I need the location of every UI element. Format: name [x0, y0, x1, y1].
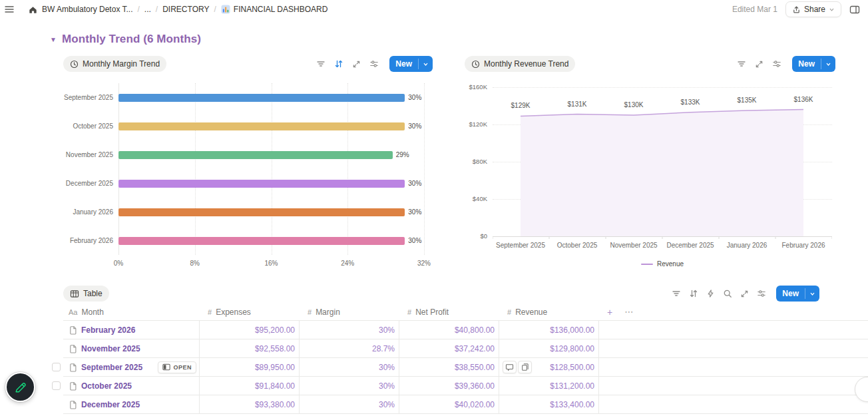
topbar-right: Edited Mar 1 Share	[732, 1, 860, 17]
cell-empty[interactable]	[599, 358, 868, 376]
edit-fab-button[interactable]	[5, 372, 35, 402]
cell-net-profit[interactable]: $38,550.00	[399, 358, 499, 376]
open-button-label: OPEN	[173, 364, 192, 371]
breadcrumb-workspace[interactable]: BW Ambulatory Detox T...	[42, 5, 133, 14]
cell-margin[interactable]: 30%	[300, 395, 399, 413]
revenue-line-chart[interactable]: $129K$131K$130K$133K$135K$136K	[493, 87, 832, 240]
table-row[interactable]: February 2026 $95,200.00 30% $40,800.00 …	[63, 321, 868, 339]
expand-icon[interactable]	[740, 290, 749, 298]
cell-net-profit[interactable]: $37,242.00	[399, 339, 499, 357]
sidebar-toggle-icon[interactable]	[849, 5, 860, 15]
row-select-checkbox[interactable]	[52, 381, 61, 390]
revenue-chart-new-button[interactable]: New	[792, 56, 835, 72]
column-header-margin[interactable]: # Margin	[300, 308, 399, 317]
month-page-link[interactable]: February 2026	[81, 325, 135, 335]
side-peek-icon	[162, 363, 170, 371]
breadcrumb-page[interactable]: FINANCIAL DASHBOARD	[221, 5, 328, 14]
breadcrumb-directory[interactable]: DIRECTORY	[162, 5, 209, 14]
cell-expenses[interactable]: $93,380.00	[200, 395, 300, 413]
cell-empty[interactable]	[599, 339, 868, 357]
expand-icon[interactable]	[352, 60, 361, 69]
chevron-down-icon[interactable]	[419, 56, 433, 72]
open-row-button[interactable]: OPEN	[158, 361, 196, 373]
comment-icon[interactable]	[503, 361, 517, 373]
margin-bar[interactable]	[118, 94, 405, 102]
cell-net-profit[interactable]: $40,800.00	[399, 321, 499, 339]
cell-revenue[interactable]: $131,200.00	[499, 377, 599, 395]
month-page-link[interactable]: October 2025	[81, 381, 132, 391]
revenue-chart-view-pill[interactable]: Monthly Revenue Trend	[465, 56, 575, 72]
table-row[interactable]: October 2025 $91,840.00 30% $39,360.00 $…	[63, 377, 868, 395]
cell-empty[interactable]	[599, 377, 868, 395]
cell-margin[interactable]: 30%	[300, 321, 399, 339]
table-view-pill[interactable]: Table	[63, 286, 109, 302]
cell-margin[interactable]: 30%	[300, 358, 399, 376]
table-icon	[70, 290, 79, 298]
filter-icon[interactable]	[316, 59, 326, 69]
table-new-button[interactable]: New	[776, 286, 819, 302]
cell-expenses[interactable]: $89,950.00	[200, 358, 300, 376]
sort-icon[interactable]	[334, 59, 343, 69]
table-row[interactable]: September 2025 OPEN $89,950.00 30% $38,5…	[63, 358, 868, 377]
table-row[interactable]: December 2025 $93,380.00 30% $40,020.00 …	[63, 395, 868, 414]
search-icon[interactable]	[723, 289, 732, 298]
margin-bar[interactable]	[118, 151, 393, 159]
settings-sliders-icon[interactable]	[772, 59, 781, 69]
row-select-checkbox[interactable]	[52, 363, 61, 371]
month-page-link[interactable]: November 2025	[81, 344, 140, 353]
cell-net-profit[interactable]: $40,020.00	[399, 395, 499, 413]
duplicate-icon[interactable]	[518, 361, 532, 373]
cell-month[interactable]: December 2025	[63, 395, 200, 413]
cell-revenue[interactable]: $136,000.00	[499, 321, 599, 339]
cell-expenses[interactable]: $92,558.00	[200, 339, 300, 357]
cell-revenue[interactable]: $133,400.00	[499, 395, 599, 413]
legend-line-marker	[641, 264, 653, 265]
column-header-revenue[interactable]: # Revenue	[499, 308, 599, 317]
add-column-icon[interactable]: +	[607, 307, 612, 317]
chevron-down-icon[interactable]	[821, 56, 835, 72]
margin-chart-new-button[interactable]: New	[389, 56, 433, 72]
cell-revenue[interactable]: $129,800.00	[499, 339, 599, 357]
margin-bar[interactable]	[118, 208, 405, 216]
revenue-chart-plot: $160K$120K$80K$40K$0 $129K$131K$130K$133…	[465, 87, 835, 287]
cell-expenses[interactable]: $95,200.00	[200, 321, 300, 339]
more-options-icon[interactable]: ⋯	[624, 307, 634, 317]
expand-icon[interactable]	[755, 60, 763, 69]
cell-empty[interactable]	[599, 395, 868, 413]
settings-sliders-icon[interactable]	[757, 289, 766, 298]
filter-icon[interactable]	[672, 289, 681, 298]
margin-bar[interactable]	[118, 180, 405, 188]
sort-icon[interactable]	[689, 289, 698, 298]
automation-zap-icon[interactable]	[706, 289, 715, 298]
month-page-link[interactable]: September 2025	[81, 363, 142, 372]
cell-empty[interactable]	[599, 321, 868, 339]
margin-bar-row: September 202530%	[63, 83, 433, 112]
table-row[interactable]: November 2025 $92,558.00 28.7% $37,242.0…	[63, 339, 868, 358]
filter-icon[interactable]	[737, 59, 746, 69]
cell-month[interactable]: February 2026	[63, 321, 200, 339]
column-header-net-profit[interactable]: # Net Profit	[399, 308, 499, 317]
chevron-down-icon[interactable]	[805, 286, 819, 302]
cell-month[interactable]: October 2025	[63, 377, 200, 395]
cell-expenses[interactable]: $91,840.00	[200, 377, 300, 395]
margin-bar-track: 30%	[118, 112, 424, 140]
column-header-month[interactable]: Aa Month	[63, 308, 200, 317]
column-label: Margin	[316, 308, 340, 317]
cell-margin[interactable]: 30%	[300, 377, 399, 395]
cell-month[interactable]: November 2025	[63, 339, 200, 357]
margin-bar[interactable]	[118, 237, 405, 245]
title-property-icon: Aa	[69, 308, 77, 316]
margin-bar[interactable]	[118, 122, 405, 130]
home-icon[interactable]	[28, 5, 38, 15]
column-header-expenses[interactable]: # Expenses	[200, 308, 300, 317]
settings-sliders-icon[interactable]	[369, 59, 379, 69]
month-page-link[interactable]: December 2025	[81, 400, 140, 409]
breadcrumb-ellipsis[interactable]: ...	[144, 5, 151, 14]
cell-month[interactable]: September 2025 OPEN	[63, 358, 200, 376]
cell-margin[interactable]: 28.7%	[300, 339, 399, 357]
menu-icon[interactable]	[4, 4, 15, 15]
share-button[interactable]: Share	[785, 1, 841, 17]
margin-chart-view-pill[interactable]: Monthly Margin Trend	[63, 56, 166, 72]
section-toggle-icon[interactable]: ▼	[50, 36, 57, 43]
cell-net-profit[interactable]: $39,360.00	[399, 377, 499, 395]
